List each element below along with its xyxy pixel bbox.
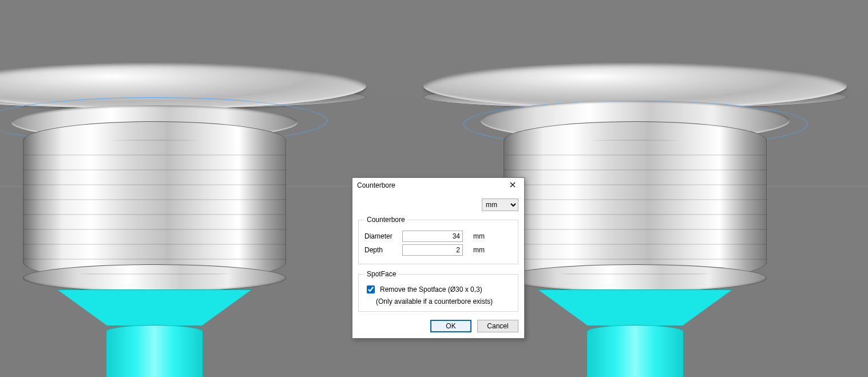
spotface-legend: SpotFace <box>364 270 398 278</box>
counterbore-dialog: Counterbore mm Counterbore Diameter mm <box>352 177 525 339</box>
diameter-label: Diameter <box>364 232 402 240</box>
ok-button[interactable]: OK <box>430 320 471 332</box>
depth-label: Depth <box>364 246 402 254</box>
close-button[interactable] <box>504 179 522 192</box>
spotface-group: SpotFace Remove the Spotface (Ø30 x 0,3)… <box>358 270 518 312</box>
remove-spotface-label: Remove the Spotface (Ø30 x 0,3) <box>380 285 482 293</box>
drill-shaft <box>106 325 203 377</box>
unit-select[interactable]: mm <box>482 199 518 211</box>
counterbore-legend: Counterbore <box>364 216 407 224</box>
diameter-unit: mm <box>473 232 485 240</box>
bore-cylinder <box>23 121 286 281</box>
dialog-title: Counterbore <box>357 181 395 189</box>
bore-cylinder <box>504 121 767 281</box>
close-icon <box>510 181 516 189</box>
diameter-input[interactable] <box>402 231 463 242</box>
dialog-body: mm Counterbore Diameter mm Depth mm Spot… <box>352 193 524 338</box>
dialog-titlebar[interactable]: Counterbore <box>352 178 524 193</box>
cancel-button[interactable]: Cancel <box>477 320 518 332</box>
spotface-hint: (Only available if a counterbore exists) <box>376 297 512 305</box>
depth-unit: mm <box>473 246 485 254</box>
depth-input[interactable] <box>402 244 463 256</box>
drill-cone <box>538 289 732 326</box>
cad-viewport[interactable]: Counterbore mm Counterbore Diameter mm <box>0 0 868 377</box>
remove-spotface-checkbox[interactable] <box>367 285 375 293</box>
drill-cone <box>57 289 252 326</box>
counterbore-group: Counterbore Diameter mm Depth mm <box>358 216 518 264</box>
drill-shaft <box>586 325 684 377</box>
